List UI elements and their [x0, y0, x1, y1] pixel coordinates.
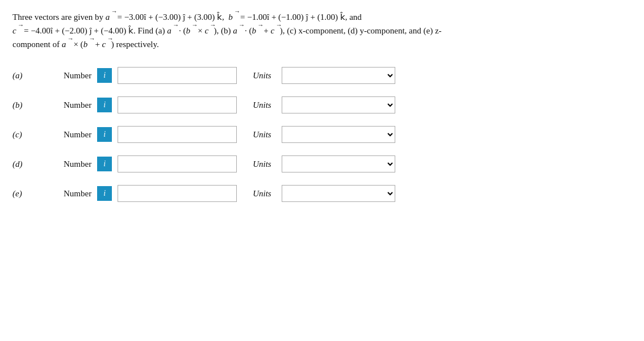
number-input-c[interactable]: [118, 126, 237, 143]
answer-row-d: (d) Number i Units: [12, 155, 632, 172]
answer-row-c: (c) Number i Units: [12, 126, 632, 143]
number-label-d: Number: [64, 159, 91, 169]
answer-row-b: (b) Number i Units: [12, 96, 632, 113]
number-input-e[interactable]: [118, 185, 237, 202]
units-select-c[interactable]: [282, 126, 395, 143]
units-label-b: Units: [253, 100, 271, 110]
units-select-b[interactable]: [282, 96, 395, 113]
units-label-e: Units: [253, 189, 271, 199]
info-button-e[interactable]: i: [97, 186, 112, 201]
label-b: (b): [12, 100, 58, 110]
units-label-a: Units: [253, 71, 271, 81]
number-label-b: Number: [64, 100, 91, 110]
number-label-e: Number: [64, 189, 91, 199]
number-input-d[interactable]: [118, 155, 237, 172]
info-button-d[interactable]: i: [97, 157, 112, 171]
label-e: (e): [12, 189, 58, 199]
units-label-c: Units: [253, 130, 271, 140]
units-select-d[interactable]: [282, 155, 395, 172]
number-label-a: Number: [64, 71, 91, 81]
info-button-c[interactable]: i: [97, 127, 112, 142]
info-button-b[interactable]: i: [97, 98, 112, 112]
problem-statement: Three vectors are given by a→ = −3.00î +…: [12, 10, 632, 51]
answer-row-a: (a) Number i Units: [12, 67, 632, 84]
units-select-a[interactable]: [282, 67, 395, 84]
number-label-c: Number: [64, 130, 91, 140]
label-d: (d): [12, 159, 58, 169]
units-label-d: Units: [253, 159, 271, 169]
label-a: (a): [12, 71, 58, 81]
answers-grid: (a) Number i Units (b) Number i Units (c…: [12, 67, 632, 202]
number-input-b[interactable]: [118, 96, 237, 113]
units-select-e[interactable]: [282, 185, 395, 202]
label-c: (c): [12, 130, 58, 140]
answer-row-e: (e) Number i Units: [12, 185, 632, 202]
info-button-a[interactable]: i: [97, 68, 112, 83]
number-input-a[interactable]: [118, 67, 237, 84]
